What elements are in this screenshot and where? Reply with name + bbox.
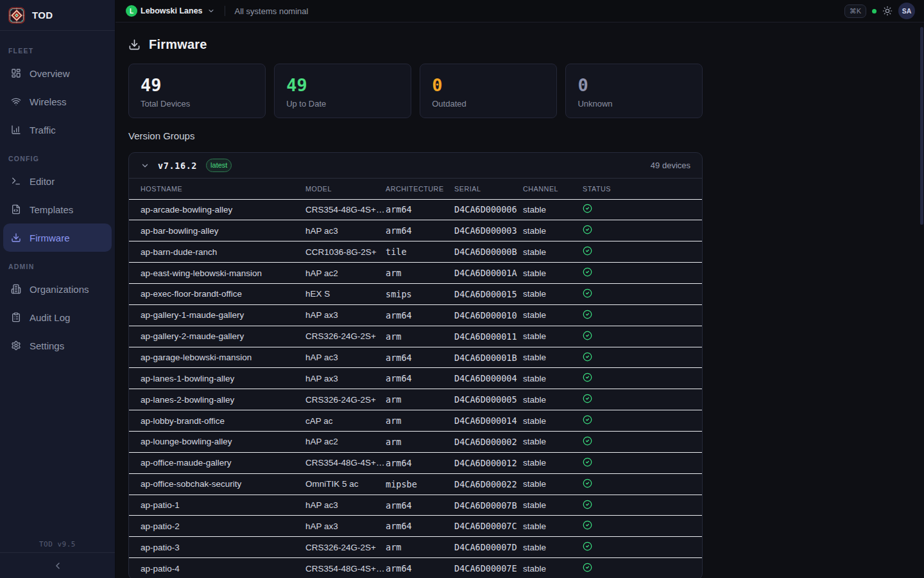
- device-row[interactable]: ap-patio-4CRS354-48G-4S+…arm64D4CA6D0000…: [129, 558, 702, 578]
- version-group-panel: v7.16.2 latest 49 devices HOSTNAMEMODELA…: [128, 152, 703, 578]
- cell-hostname: ap-bar-bowling-alley: [129, 220, 305, 241]
- cell-status: [583, 558, 702, 578]
- sidebar-item-label: Overview: [30, 68, 70, 79]
- cell-arch: arm64: [386, 368, 454, 389]
- cell-hostname: ap-office-sobchak-security: [129, 473, 305, 495]
- app-version-label: TOD v9.5: [0, 532, 115, 552]
- cell-status: [583, 473, 702, 495]
- device-row[interactable]: ap-patio-3CRS326-24G-2S+armD4CA6D00007Ds…: [129, 537, 702, 558]
- device-row[interactable]: ap-bar-bowling-alleyhAP ac3arm64D4CA6D00…: [129, 220, 702, 241]
- circle-check-icon: [583, 288, 592, 298]
- version-group-header[interactable]: v7.16.2 latest 49 devices: [129, 153, 702, 179]
- device-row[interactable]: ap-gallery-1-maude-galleryhAP ax3arm64D4…: [129, 304, 702, 326]
- cell-channel: stable: [523, 241, 583, 263]
- circle-check-icon: [583, 246, 592, 256]
- wifi-icon: [11, 96, 21, 107]
- cell-status: [583, 432, 702, 453]
- cell-model: hAP ac2: [305, 263, 386, 284]
- sidebar-collapse-button[interactable]: [53, 561, 63, 571]
- device-row[interactable]: ap-barn-dude-ranchCCR1036-8G-2S+tileD4CA…: [129, 241, 702, 263]
- circle-check-icon: [583, 394, 592, 403]
- cell-arch: arm: [386, 410, 454, 432]
- sidebar-item-audit-log[interactable]: Audit Log: [3, 303, 112, 331]
- cell-channel: stable: [523, 432, 583, 453]
- device-row[interactable]: ap-exec-floor-brandt-officehEX SsmipsD4C…: [129, 284, 702, 305]
- circle-check-icon: [583, 204, 592, 213]
- cell-model: hAP ax3: [305, 304, 386, 326]
- chevron-down-icon[interactable]: [141, 161, 150, 170]
- circle-check-icon: [583, 372, 592, 382]
- circle-check-icon: [583, 563, 592, 572]
- device-row[interactable]: ap-lanes-2-bowling-alleyCRS326-24G-2S+ar…: [129, 389, 702, 410]
- cell-arch: arm64: [386, 495, 454, 516]
- cell-status: [583, 495, 702, 516]
- cell-hostname: ap-patio-4: [129, 558, 305, 578]
- cell-channel: stable: [523, 473, 583, 495]
- cell-status: [583, 537, 702, 558]
- org-avatar: L: [126, 5, 137, 17]
- user-avatar[interactable]: SA: [898, 3, 915, 19]
- device-row[interactable]: ap-patio-1hAP ac3arm64D4CA6D00007Bstable: [129, 495, 702, 516]
- column-header-hostname: HOSTNAME: [129, 179, 305, 199]
- column-header-status: STATUS: [583, 179, 702, 199]
- sidebar-item-wireless[interactable]: Wireless: [3, 87, 112, 116]
- command-palette-shortcut[interactable]: ⌘K: [844, 4, 866, 18]
- device-row[interactable]: ap-lanes-1-bowling-alleyhAP ax3arm64D4CA…: [129, 368, 702, 389]
- device-row[interactable]: ap-arcade-bowling-alleyCRS354-48G-4S+…ar…: [129, 199, 702, 220]
- stat-card-total-devices: 49Total Devices: [128, 64, 266, 118]
- sidebar-item-overview[interactable]: Overview: [3, 59, 112, 87]
- sidebar-item-traffic[interactable]: Traffic: [3, 116, 112, 144]
- cell-hostname: ap-lounge-bowling-alley: [129, 432, 305, 453]
- cell-model: CRS326-24G-2S+: [305, 326, 386, 347]
- device-row[interactable]: ap-office-maude-galleryCRS354-48G-4S+…ar…: [129, 452, 702, 473]
- cell-arch: arm64: [386, 220, 454, 241]
- cell-status: [583, 452, 702, 473]
- sidebar-item-editor[interactable]: Editor: [3, 167, 112, 195]
- cell-serial: D4CA6D00001B: [454, 347, 523, 368]
- file-code-icon: [11, 204, 21, 215]
- sidebar-item-firmware[interactable]: Firmware: [3, 223, 112, 252]
- device-row[interactable]: ap-lounge-bowling-alleyhAP ac2armD4CA6D0…: [129, 432, 702, 453]
- cell-model: OmniTIK 5 ac: [305, 473, 386, 495]
- device-row[interactable]: ap-garage-lebowski-mansionhAP ac3arm64D4…: [129, 347, 702, 368]
- cell-arch: arm: [386, 389, 454, 410]
- system-status-text: All systems nominal: [235, 6, 309, 16]
- sidebar-item-label: Templates: [30, 204, 73, 215]
- sidebar: TOD FLEETOverviewWirelessTrafficCONFIGEd…: [0, 0, 116, 578]
- scrollbar-thumb[interactable]: [920, 27, 923, 225]
- cell-hostname: ap-lobby-brandt-office: [129, 410, 305, 432]
- nav-section-fleet: FLEETOverviewWirelessTraffic: [3, 46, 112, 144]
- device-row[interactable]: ap-gallery-2-maude-galleryCRS326-24G-2S+…: [129, 326, 702, 347]
- cell-status: [583, 304, 702, 326]
- sidebar-item-label: Settings: [30, 340, 64, 351]
- sidebar-item-settings[interactable]: Settings: [3, 331, 112, 360]
- stat-value: 0: [432, 76, 545, 94]
- devices-table-head: HOSTNAMEMODELARCHITECTURESERIALCHANNELST…: [129, 179, 702, 199]
- device-row[interactable]: ap-patio-2hAP ax3arm64D4CA6D00007Cstable: [129, 516, 702, 537]
- cell-model: CRS354-48G-4S+…: [305, 452, 386, 473]
- device-row[interactable]: ap-office-sobchak-securityOmniTIK 5 acmi…: [129, 473, 702, 495]
- sidebar-item-organizations[interactable]: Organizations: [3, 275, 112, 303]
- sun-icon: [882, 6, 893, 16]
- cell-channel: stable: [523, 347, 583, 368]
- page-title: Firmware: [149, 37, 207, 52]
- nav-section-config: CONFIGEditorTemplatesFirmware: [3, 154, 112, 252]
- circle-check-icon: [583, 436, 592, 446]
- device-row[interactable]: ap-east-wing-lebowski-mansionhAP ac2armD…: [129, 263, 702, 284]
- cell-hostname: ap-patio-3: [129, 537, 305, 558]
- org-switcher[interactable]: L Lebowski Lanes: [126, 5, 215, 17]
- cell-hostname: ap-gallery-2-maude-gallery: [129, 326, 305, 347]
- cell-arch: arm: [386, 326, 454, 347]
- devices-table-body: ap-arcade-bowling-alleyCRS354-48G-4S+…ar…: [129, 199, 702, 578]
- latest-badge: latest: [206, 159, 232, 171]
- cell-arch: arm64: [386, 199, 454, 220]
- device-row[interactable]: ap-lobby-brandt-officecAP acarmD4CA6D000…: [129, 410, 702, 432]
- device-count: 49 devices: [651, 161, 690, 170]
- cell-hostname: ap-arcade-bowling-alley: [129, 199, 305, 220]
- theme-toggle-button[interactable]: [882, 6, 893, 16]
- sidebar-item-templates[interactable]: Templates: [3, 195, 112, 223]
- cell-serial: D4CA6D00001A: [454, 263, 523, 284]
- circle-check-icon: [583, 331, 592, 340]
- cell-channel: stable: [523, 263, 583, 284]
- cell-serial: D4CA6D000003: [454, 220, 523, 241]
